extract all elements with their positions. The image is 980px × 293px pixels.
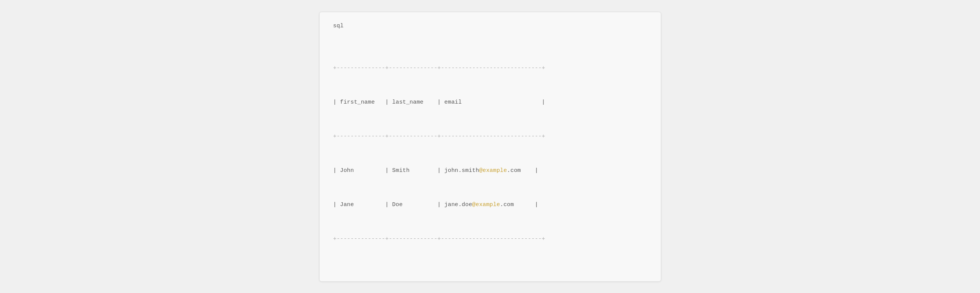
email-at-1: @example <box>479 167 507 174</box>
table-header: | first_name | last_name | email | <box>333 97 647 108</box>
email-before-2: jane.doe <box>444 201 472 208</box>
terminal-container: sql +--------------+--------------+-----… <box>319 12 661 282</box>
separator-top: +--------------+--------------+---------… <box>333 63 647 74</box>
email-after-2: .com <box>500 201 514 208</box>
separator-middle: +--------------+--------------+---------… <box>333 131 647 143</box>
email-after-1: .com <box>507 167 521 174</box>
separator-bottom: +--------------+--------------+---------… <box>333 233 647 245</box>
prompt-label: sql <box>333 23 647 29</box>
sql-table: +--------------+--------------+---------… <box>333 40 647 268</box>
email-at-2: @example <box>473 201 500 208</box>
email-before-1: john.smith <box>444 167 479 174</box>
table-row: | John | Smith | john.smith@example.com … <box>333 165 647 176</box>
table-row: | Jane | Doe | jane.doe@example.com | <box>333 199 647 211</box>
